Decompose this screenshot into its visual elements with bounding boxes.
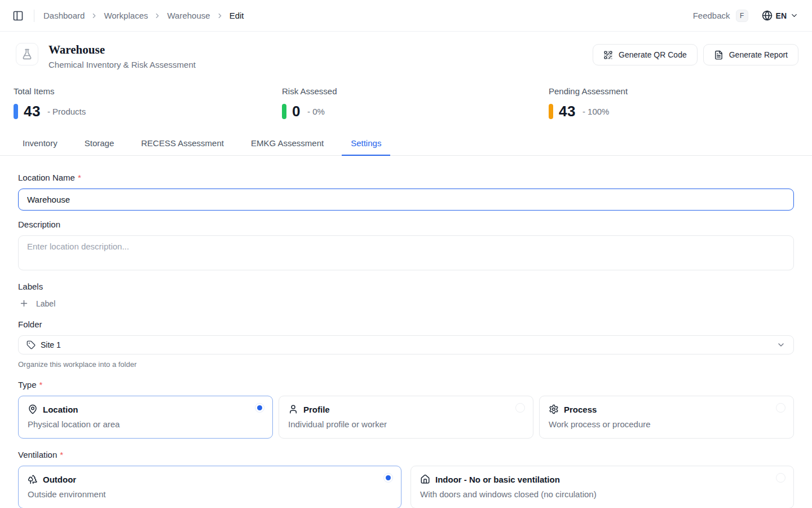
breadcrumb: Dashboard Workplaces Warehouse Edit xyxy=(43,11,244,20)
location-name-input[interactable] xyxy=(18,189,794,211)
chevron-down-icon xyxy=(790,11,798,20)
ventilation-option-indoor[interactable]: Indoor - No or basic ventilation With do… xyxy=(411,466,794,508)
gear-icon xyxy=(549,404,559,414)
radio-unselected[interactable] xyxy=(776,403,785,413)
header-text: Warehouse Chemical Inventory & Risk Asse… xyxy=(48,43,196,69)
add-label-text: Label xyxy=(36,299,55,308)
plus-icon xyxy=(19,299,29,308)
folder-helper-text: Organize this workplace into a folder xyxy=(18,360,794,369)
tab-recess-assessment[interactable]: RECESS Assessment xyxy=(132,133,233,155)
folder-select[interactable]: Site 1 xyxy=(18,335,794,354)
feedback-label: Feedback xyxy=(693,11,730,20)
stat-total-items: Total Items 43 - Products xyxy=(14,86,282,120)
stat-label: Risk Assessed xyxy=(282,86,549,96)
page-subtitle: Chemical Inventory & Risk Assessment xyxy=(48,60,196,69)
label-text: Type xyxy=(18,380,37,389)
header-actions: Generate QR Code Generate Report xyxy=(593,43,798,65)
type-option-location[interactable]: Location Physical location or area xyxy=(18,396,273,439)
stat-pending-assessment: Pending Assessment 43 - 100% xyxy=(549,86,798,120)
stat-bar xyxy=(282,104,286,119)
stat-value: 43 xyxy=(559,103,576,120)
map-pin-icon xyxy=(28,404,38,414)
stat-risk-assessed: Risk Assessed 0 - 0% xyxy=(282,86,549,120)
tag-icon xyxy=(27,340,36,349)
type-option-title: Profile xyxy=(303,405,330,414)
label-text: Labels xyxy=(18,282,43,291)
type-options: Location Physical location or area Profi… xyxy=(18,396,794,439)
labels-label: Labels xyxy=(18,282,794,291)
chevron-down-icon xyxy=(776,340,785,349)
chevron-right-icon xyxy=(216,12,224,20)
language-code: EN xyxy=(776,11,787,20)
sidebar-toggle-button[interactable] xyxy=(9,7,27,25)
generate-qr-code-label: Generate QR Code xyxy=(619,50,687,59)
topbar-divider xyxy=(34,10,34,22)
ventilation-option-outdoor[interactable]: Outdoor Outside environment xyxy=(18,466,401,508)
tab-settings[interactable]: Settings xyxy=(342,133,390,155)
stats-row: Total Items 43 - Products Risk Assessed … xyxy=(0,86,812,120)
type-option-process[interactable]: Process Work process or procedure xyxy=(539,396,794,439)
ventilation-option-description: Outside environment xyxy=(28,489,392,499)
type-label: Type * xyxy=(18,380,794,389)
stat-bar xyxy=(14,104,18,119)
panel-left-icon xyxy=(12,10,24,21)
description-label: Description xyxy=(18,220,794,229)
language-selector[interactable]: EN xyxy=(762,10,798,21)
labels-field-group: Labels Label xyxy=(18,282,794,310)
house-icon xyxy=(420,474,430,484)
location-name-label: Location Name * xyxy=(18,173,794,182)
topbar: Dashboard Workplaces Warehouse Edit Feed… xyxy=(0,0,812,32)
settings-form: Location Name * Description Labels Label… xyxy=(0,156,812,508)
type-option-title: Process xyxy=(564,405,597,414)
radio-unselected[interactable] xyxy=(515,403,525,413)
ventilation-label: Ventilation * xyxy=(18,450,794,459)
description-field-group: Description xyxy=(18,220,794,273)
description-textarea[interactable] xyxy=(18,235,794,270)
label-text: Location Name xyxy=(18,173,75,182)
ventilation-field-group: Ventilation * Outdoor Outside environmen… xyxy=(18,450,794,508)
stat-value: 0 xyxy=(292,103,301,120)
stat-suffix: - Products xyxy=(47,107,86,116)
globe-icon xyxy=(762,10,773,21)
add-label-button[interactable]: Label xyxy=(18,296,56,310)
type-option-title: Location xyxy=(43,405,78,414)
type-option-profile[interactable]: Profile Individual profile or worker xyxy=(279,396,533,439)
required-asterisk: * xyxy=(78,173,81,182)
generate-report-button[interactable]: Generate Report xyxy=(703,44,798,65)
ventilation-option-title: Outdoor xyxy=(43,475,76,484)
stat-suffix: - 100% xyxy=(582,107,610,116)
feedback-button[interactable]: Feedback F xyxy=(693,10,748,22)
flask-icon xyxy=(16,43,38,65)
breadcrumb-workplaces[interactable]: Workplaces xyxy=(104,11,148,20)
chevron-right-icon xyxy=(90,12,98,20)
type-field-group: Type * Location Physical location or are… xyxy=(18,380,794,439)
generate-report-label: Generate Report xyxy=(729,50,788,59)
type-option-description: Work process or procedure xyxy=(549,419,784,429)
breadcrumb-dashboard[interactable]: Dashboard xyxy=(43,11,85,20)
tab-emkg-assessment[interactable]: EMKG Assessment xyxy=(242,133,333,155)
type-option-description: Individual profile or worker xyxy=(288,419,524,429)
stat-bar xyxy=(549,104,553,119)
page-title: Warehouse xyxy=(48,43,196,57)
feedback-shortcut-badge: F xyxy=(736,10,748,22)
radio-selected[interactable] xyxy=(383,473,393,483)
stat-label: Pending Assessment xyxy=(549,86,798,96)
stat-suffix: - 0% xyxy=(307,107,325,116)
folder-select-value: Site 1 xyxy=(41,340,771,349)
topbar-right: Feedback F EN xyxy=(693,10,798,22)
tab-bar: Inventory Storage RECESS Assessment EMKG… xyxy=(0,133,812,156)
breadcrumb-warehouse[interactable]: Warehouse xyxy=(167,11,210,20)
label-text: Folder xyxy=(18,319,42,329)
tab-inventory[interactable]: Inventory xyxy=(14,133,67,155)
ventilation-option-description: With doors and windows closed (no circul… xyxy=(420,489,784,499)
type-option-description: Physical location or area xyxy=(28,419,263,429)
radio-selected[interactable] xyxy=(255,403,264,413)
label-text: Description xyxy=(18,220,60,229)
tab-storage[interactable]: Storage xyxy=(76,133,123,155)
chevron-right-icon xyxy=(153,12,161,20)
radio-unselected[interactable] xyxy=(776,473,785,483)
generate-qr-code-button[interactable]: Generate QR Code xyxy=(593,44,698,65)
label-text: Ventilation xyxy=(18,450,57,459)
ventilation-options: Outdoor Outside environment Indoor - No … xyxy=(18,466,794,508)
location-name-field-group: Location Name * xyxy=(18,173,794,211)
